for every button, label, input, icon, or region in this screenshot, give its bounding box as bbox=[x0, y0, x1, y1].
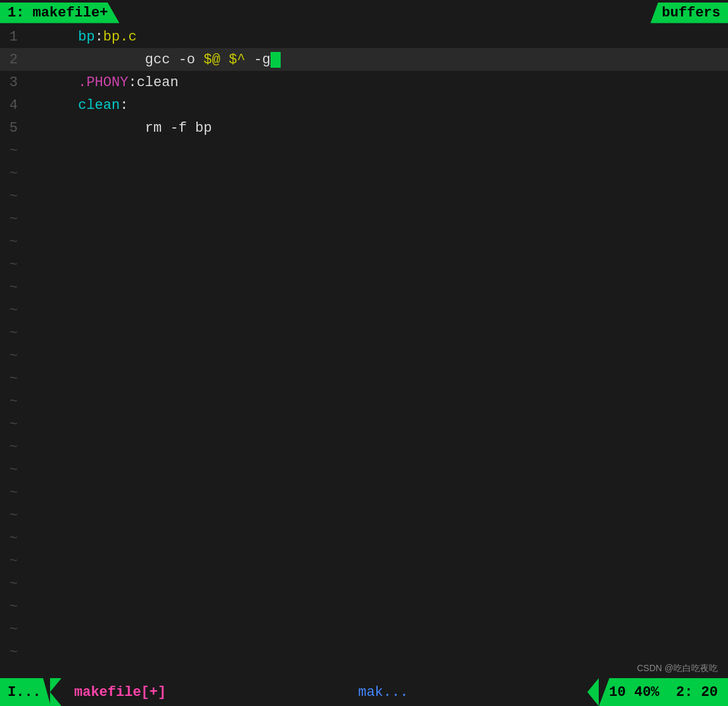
status-filetype: mak... bbox=[358, 684, 408, 700]
tilde-line: ~ bbox=[0, 458, 728, 481]
line-num-4: 4 bbox=[0, 98, 28, 113]
status-mode: I... bbox=[0, 678, 51, 706]
status-filename: makefile[+] bbox=[61, 684, 179, 700]
var-at: $@ bbox=[203, 52, 220, 68]
line-num-5: 5 bbox=[0, 120, 28, 136]
tilde-line: ~ bbox=[0, 572, 728, 595]
tilde-line: ~ bbox=[0, 253, 728, 276]
top-bar: 1: makefile+ buffers bbox=[0, 0, 728, 25]
tilde-line: ~ bbox=[0, 436, 728, 458]
line-num-1: 1 bbox=[0, 29, 28, 45]
var-caret: $^ bbox=[229, 52, 245, 68]
buffers-label[interactable]: buffers bbox=[651, 3, 728, 23]
tilde-line: ~ bbox=[0, 208, 728, 230]
line-content-5: rm -f bp bbox=[28, 104, 212, 152]
line-num-3: 3 bbox=[0, 75, 28, 91]
status-right: 10 40% 2: 20 bbox=[587, 678, 728, 706]
tilde-line: ~ bbox=[0, 344, 728, 367]
mode-arrow bbox=[50, 678, 61, 706]
line-5: 5 rm -f bp bbox=[0, 117, 728, 139]
editor-area: 1 bp:bp.c 2 gcc -o $@ $^ -g 3 .PHONY:cle… bbox=[0, 25, 728, 678]
tab-label[interactable]: 1: makefile+ bbox=[0, 3, 119, 23]
pos-arrow bbox=[587, 678, 599, 706]
tilde-line: ~ bbox=[0, 595, 728, 618]
tilde-line: ~ bbox=[0, 299, 728, 322]
tilde-line: ~ bbox=[0, 276, 728, 299]
tilde-line: ~ bbox=[0, 504, 728, 527]
tilde-line: ~ bbox=[0, 322, 728, 344]
tilde-line: ~ bbox=[0, 618, 728, 641]
status-center: mak... bbox=[179, 684, 587, 700]
tilde-line: ~ bbox=[0, 367, 728, 390]
phony-target: clean bbox=[137, 75, 179, 91]
tilde-line: ~ bbox=[0, 641, 728, 664]
tilde-line: ~ bbox=[0, 390, 728, 413]
tilde-line: ~ bbox=[0, 527, 728, 550]
cursor bbox=[271, 52, 281, 68]
rm-command: rm -f bp bbox=[78, 120, 212, 136]
tilde-line: ~ bbox=[0, 413, 728, 436]
status-bar: I... makefile[+] mak... 10 40% 2: 20 bbox=[0, 678, 728, 706]
tilde-line: ~ bbox=[0, 550, 728, 572]
line-num-2: 2 bbox=[0, 52, 28, 68]
status-pos: 10 40% 2: 20 bbox=[599, 678, 728, 706]
tilde-line: ~ bbox=[0, 230, 728, 253]
tilde-line: ~ bbox=[0, 481, 728, 504]
tilde-line: ~ bbox=[0, 162, 728, 185]
tilde-line: ~ bbox=[0, 185, 728, 208]
watermark: CSDN @吃白吃夜吃 bbox=[637, 663, 718, 674]
